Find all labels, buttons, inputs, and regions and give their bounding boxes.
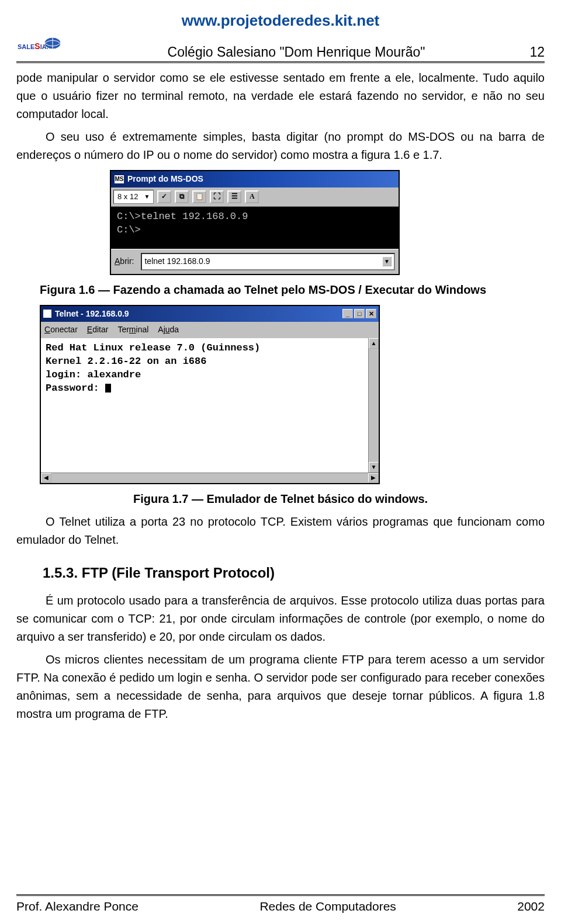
run-dialog-row: Abrir: telnet 192.168.0.9 ▼ — [111, 249, 399, 274]
toolbar-fullscreen-button[interactable]: ⛶ — [210, 190, 224, 203]
scroll-down-button[interactable]: ▼ — [369, 462, 379, 473]
footer-author: Prof. Alexandre Ponce — [16, 899, 138, 913]
toolbar-paste-button[interactable]: 📋 — [192, 190, 206, 203]
scroll-up-button[interactable]: ▲ — [369, 338, 379, 349]
dos-line-1: C:\>telnet 192.168.0.9 — [117, 210, 393, 224]
paragraph-4: É um protocolo usado para a transferênci… — [16, 592, 545, 646]
telnet-title-text: Telnet - 192.168.0.9 — [55, 308, 129, 321]
page-header: SALESIANO Colégio Salesiano "Dom Henriqu… — [16, 33, 545, 60]
dos-line-2: C:\> — [117, 224, 393, 237]
close-button[interactable]: ✕ — [366, 309, 376, 318]
figure-caption-1-6: Figura 1.6 — Fazendo a chamada ao Telnet… — [40, 281, 545, 299]
header-title: Colégio Salesiano "Dom Henrique Mourão" — [72, 44, 520, 60]
toolbar-mark-button[interactable]: ✓ — [157, 190, 171, 203]
page-footer: Prof. Alexandre Ponce Redes de Computado… — [16, 893, 545, 913]
menu-edit[interactable]: Editar — [87, 324, 109, 336]
msdos-titlebar[interactable]: MS Prompt do MS-DOS — [111, 171, 399, 187]
msdos-toolbar: 8 x 12 ▼ ✓ ⧉ 📋 ⛶ ☰ A — [111, 187, 399, 207]
cursor-icon — [105, 384, 111, 392]
footer-rule — [16, 894, 545, 896]
horizontal-scrollbar[interactable]: ◀ ▶ — [41, 473, 379, 483]
run-input[interactable]: telnet 192.168.0.9 ▼ — [141, 253, 395, 270]
run-label: Abrir: — [115, 255, 134, 268]
toolbar-props-button[interactable]: ☰ — [227, 190, 241, 203]
scroll-left-button[interactable]: ◀ — [41, 473, 51, 482]
scroll-right-button[interactable]: ▶ — [368, 473, 379, 482]
menu-connect[interactable]: Conectar — [44, 324, 78, 336]
telnet-terminal-output[interactable]: Red Hat Linux release 7.0 (Guinness) Ker… — [41, 338, 368, 473]
telnet-window: Telnet - 192.168.0.9 _ □ ✕ Conectar Edit… — [40, 305, 380, 484]
vertical-scrollbar[interactable]: ▲ ▼ — [368, 338, 379, 473]
toolbar-font-button[interactable]: A — [245, 190, 259, 203]
chevron-down-icon[interactable]: ▼ — [382, 256, 392, 267]
menu-terminal[interactable]: Terminal — [117, 324, 148, 336]
paragraph-3: O Telnet utiliza a porta 23 no protocolo… — [16, 513, 545, 549]
paragraph-5: Os micros clientes necessitam de um prog… — [16, 651, 545, 723]
figure-caption-1-7: Figura 1.7 — Emulador de Telnet básico d… — [16, 490, 545, 508]
site-url: www.projetoderedes.kit.net — [16, 12, 545, 30]
run-input-value: telnet 192.168.0.9 — [144, 255, 210, 268]
font-size-label: 8 x 12 — [117, 191, 138, 203]
chevron-down-icon: ▼ — [144, 192, 150, 202]
header-rule — [16, 61, 545, 63]
paragraph-2: O seu uso é extremamente simples, basta … — [16, 128, 545, 164]
telnet-titlebar[interactable]: Telnet - 192.168.0.9 _ □ ✕ — [41, 306, 379, 322]
telnet-menubar: Conectar Editar Terminal Ajuda — [41, 322, 379, 338]
maximize-button[interactable]: □ — [354, 309, 365, 318]
telnet-icon — [43, 310, 51, 318]
telnet-output-text: Red Hat Linux release 7.0 (Guinness) Ker… — [46, 342, 260, 394]
body-content: pode manipular o servidor como se ele es… — [16, 69, 545, 723]
msdos-title-text: Prompt do MS-DOS — [127, 173, 203, 186]
paragraph-1: pode manipular o servidor como se ele es… — [16, 69, 545, 123]
msdos-window: MS Prompt do MS-DOS 8 x 12 ▼ ✓ ⧉ 📋 ⛶ ☰ A… — [110, 170, 400, 275]
font-size-select[interactable]: 8 x 12 ▼ — [113, 190, 154, 204]
minimize-button[interactable]: _ — [342, 309, 353, 318]
school-logo: SALESIANO — [16, 33, 68, 60]
globe-icon — [41, 34, 64, 52]
toolbar-copy-button[interactable]: ⧉ — [175, 190, 189, 203]
footer-title: Redes de Computadores — [259, 899, 396, 913]
msdos-icon: MS — [115, 175, 124, 183]
section-heading-ftp: 1.5.3. FTP (File Transport Protocol) — [43, 562, 545, 583]
page-number: 12 — [525, 44, 545, 60]
menu-help[interactable]: Ajuda — [158, 324, 179, 336]
msdos-terminal[interactable]: C:\>telnet 192.168.0.9 C:\> — [111, 207, 399, 249]
footer-year: 2002 — [517, 899, 545, 913]
